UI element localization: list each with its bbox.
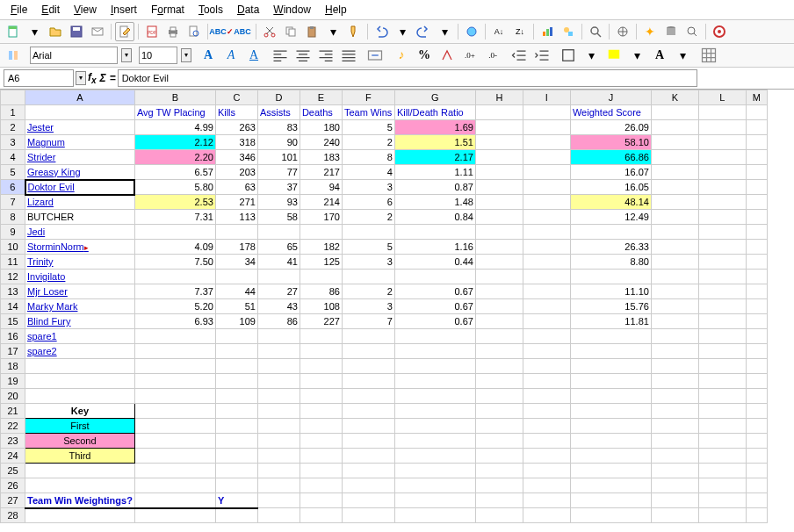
menu-data[interactable]: Data	[230, 2, 266, 18]
cell[interactable]	[651, 434, 698, 449]
cell[interactable]	[394, 344, 475, 359]
cell[interactable]	[134, 478, 215, 493]
cell[interactable]	[342, 404, 394, 419]
cell[interactable]	[257, 449, 300, 464]
cell[interactable]	[698, 210, 746, 225]
cell[interactable]	[475, 270, 523, 284]
cell[interactable]: 34	[215, 255, 257, 270]
cell[interactable]	[746, 135, 767, 150]
cell[interactable]	[257, 508, 300, 523]
cell[interactable]	[523, 493, 570, 508]
cell[interactable]: 48.14	[570, 195, 651, 210]
cell[interactable]	[300, 344, 342, 359]
row-header[interactable]: 23	[1, 434, 25, 449]
cell[interactable]	[698, 180, 746, 195]
cell[interactable]	[523, 389, 570, 404]
cell[interactable]: 318	[215, 135, 257, 150]
cell[interactable]	[746, 299, 767, 314]
cell[interactable]	[523, 284, 570, 299]
row-header[interactable]: 13	[1, 284, 25, 299]
cell[interactable]: 6.57	[134, 165, 215, 180]
cell[interactable]	[134, 419, 215, 434]
cell[interactable]	[300, 464, 342, 478]
menu-insert[interactable]: Insert	[104, 2, 144, 18]
cell[interactable]	[523, 240, 570, 255]
cell[interactable]: 6	[342, 195, 394, 210]
hyperlink-icon[interactable]	[462, 22, 481, 41]
cell[interactable]	[134, 344, 215, 359]
cell[interactable]	[475, 240, 523, 255]
cell[interactable]	[475, 404, 523, 419]
row-header[interactable]: 4	[1, 150, 25, 165]
cell[interactable]	[651, 255, 698, 270]
cell[interactable]	[746, 120, 767, 135]
row-header[interactable]: 24	[1, 449, 25, 464]
menu-edit[interactable]: Edit	[34, 2, 67, 18]
cell[interactable]	[746, 493, 767, 508]
cell[interactable]	[257, 270, 300, 284]
cell[interactable]: 0.67	[394, 299, 475, 314]
cell[interactable]	[215, 359, 257, 374]
cell[interactable]	[570, 404, 651, 419]
cell[interactable]	[651, 150, 698, 165]
cell[interactable]: 11.81	[570, 314, 651, 329]
cell[interactable]	[25, 464, 135, 478]
cell[interactable]	[698, 150, 746, 165]
cell[interactable]	[257, 419, 300, 434]
cell[interactable]: 5	[342, 240, 394, 255]
cell[interactable]	[25, 508, 135, 523]
cell[interactable]	[651, 270, 698, 284]
cell[interactable]: 2.20	[134, 150, 215, 165]
cell[interactable]	[475, 180, 523, 195]
cell[interactable]	[651, 314, 698, 329]
cell[interactable]: 93	[257, 195, 300, 210]
cell[interactable]	[570, 419, 651, 434]
align-justify-icon[interactable]	[339, 46, 358, 65]
undo-icon[interactable]	[372, 22, 391, 41]
cell[interactable]	[475, 195, 523, 210]
cell[interactable]	[215, 270, 257, 284]
dropdown-icon[interactable]: ▾	[25, 22, 44, 41]
cell[interactable]	[570, 389, 651, 404]
cell[interactable]: 0.84	[394, 210, 475, 225]
cell[interactable]: 5.80	[134, 180, 215, 195]
cell[interactable]	[134, 464, 215, 478]
menu-file[interactable]: File	[4, 2, 34, 18]
cell[interactable]	[134, 270, 215, 284]
cell[interactable]	[698, 344, 746, 359]
styles-icon[interactable]	[4, 46, 23, 65]
cell[interactable]	[215, 374, 257, 389]
cell[interactable]	[651, 299, 698, 314]
cell[interactable]	[698, 389, 746, 404]
cell[interactable]: 2.17	[394, 150, 475, 165]
cell[interactable]	[257, 225, 300, 240]
cell[interactable]	[746, 210, 767, 225]
cell[interactable]	[475, 449, 523, 464]
new-doc-icon[interactable]	[4, 22, 23, 41]
cell[interactable]	[570, 225, 651, 240]
cell[interactable]	[475, 314, 523, 329]
cell[interactable]: 214	[300, 195, 342, 210]
cell[interactable]	[651, 105, 698, 120]
grid-icon[interactable]	[699, 46, 718, 65]
row-header[interactable]: 17	[1, 344, 25, 359]
row-header[interactable]: 15	[1, 314, 25, 329]
cell[interactable]: 27	[257, 284, 300, 299]
cell[interactable]	[698, 284, 746, 299]
cell[interactable]: 2.12	[134, 135, 215, 150]
cell[interactable]	[746, 105, 767, 120]
sort-asc-icon[interactable]: A↓	[489, 22, 509, 41]
format-paintbrush-icon[interactable]	[344, 22, 364, 41]
cell[interactable]	[570, 359, 651, 374]
cell[interactable]	[134, 493, 215, 508]
cell[interactable]	[746, 284, 767, 299]
cell[interactable]	[570, 478, 651, 493]
cell[interactable]	[475, 464, 523, 478]
cell[interactable]	[698, 165, 746, 180]
row-header[interactable]: 22	[1, 419, 25, 434]
cell[interactable]	[134, 434, 215, 449]
row-header[interactable]: 3	[1, 135, 25, 150]
row-header[interactable]: 25	[1, 464, 25, 478]
cell[interactable]	[342, 329, 394, 344]
cell[interactable]	[746, 165, 767, 180]
